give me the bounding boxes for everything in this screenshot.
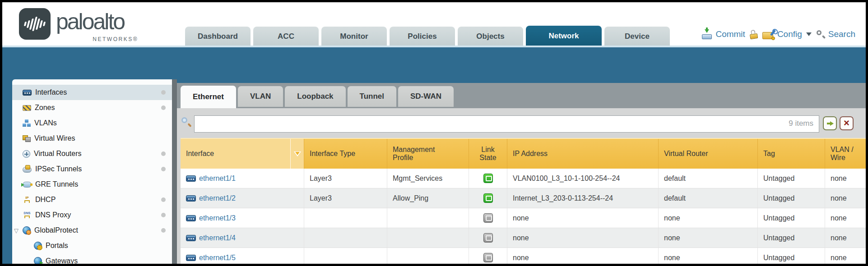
column-header-link-state[interactable]: Link State [469,139,507,169]
item-dot [161,167,166,171]
tab-network[interactable]: Network [526,26,602,46]
virtual-wires-icon [23,135,31,142]
cell-vlan-wire: none [825,188,868,208]
cell-ip-address: none [507,248,659,266]
commit-label: Commit [715,29,745,39]
cell-interface: ethernet1/1 [181,169,304,188]
firewall-web-ui: paloalto NETWORKS® DashboardACCMonitorPo… [0,0,868,266]
interface-link[interactable]: ethernet1/3 [199,214,236,222]
sidebar-item-ipsec-tunnels[interactable]: IPSec Tunnels [12,161,172,177]
clear-x-icon: × [844,118,849,128]
cell-virtual-router: default [659,169,758,188]
tab-device[interactable]: Device [604,27,670,46]
ipsec-tunnels-icon [23,167,32,173]
subtab-ethernet[interactable]: Ethernet [181,86,236,108]
lock-icon[interactable] [749,29,759,39]
subtab-tunnel[interactable]: Tunnel [348,86,396,107]
filter-bar: 9 items × [177,108,868,138]
table-row: ethernet1/5nonenoneUntaggednone [181,248,868,266]
cell-virtual-router: none [659,208,758,228]
expander-triangle-icon[interactable]: ▽ [14,227,19,234]
interfaces-table: Interface Interface Type Management Prof… [181,138,868,266]
sidebar-item-virtual-wires[interactable]: Virtual Wires [12,131,172,146]
zones-icon [23,105,31,111]
sidebar-item-zones[interactable]: Zones [12,100,172,115]
search-button[interactable]: Search [816,29,855,39]
virtual-routers-icon [23,150,30,158]
cell-vlan-wire: none [825,228,868,248]
column-header-tag[interactable]: Tag [758,139,825,169]
item-dot [161,90,166,95]
column-header-management-profile[interactable]: Management Profile [387,139,469,169]
cell-link-state [469,188,507,208]
cell-vlan-wire: none [825,208,868,228]
table-row: ethernet1/1Layer3Mgmt_ServicesVLAN0100_L… [181,169,868,188]
sidebar-item-globalprotect[interactable]: ▽GlobalProtect [12,223,172,238]
tab-dashboard[interactable]: Dashboard [185,27,251,46]
table-body: ethernet1/1Layer3Mgmt_ServicesVLAN0100_L… [181,169,868,266]
cell-tag: Untagged [758,208,825,228]
link-state-up-icon [483,174,493,183]
tab-policies[interactable]: Policies [390,27,455,46]
sidebar-list: InterfacesZonesVLANsVirtual WiresVirtual… [12,85,172,266]
tab-monitor[interactable]: Monitor [321,27,387,46]
vlans-icon [23,119,31,127]
config-label: Config [777,29,802,39]
clear-filter-button[interactable]: × [840,116,854,130]
config-menu-button[interactable]: Config [762,29,812,39]
ethernet-port-icon [186,255,196,261]
sidebar-item-dns-proxy[interactable]: DNSDNS Proxy [12,207,172,223]
column-header-interface[interactable]: Interface [181,139,304,169]
cell-interface-type [304,248,387,266]
green-arrow-icon [827,121,833,126]
cell-virtual-router: none [659,248,758,266]
cell-link-state [469,248,507,266]
commit-button[interactable]: Commit [701,29,745,39]
sidebar-item-dhcp[interactable]: IPDHCP [12,192,172,207]
dns-proxy-icon: DNS [23,211,32,219]
table-row: ethernet1/2Layer3Allow_PingInternet_L3_2… [181,188,868,208]
sort-dropdown[interactable] [290,139,304,169]
tab-acc[interactable]: ACC [253,27,319,46]
cell-link-state [469,169,507,188]
sidebar-item-gre-tunnels[interactable]: GRE Tunnels [12,177,172,192]
ethernet-port-icon [186,235,196,241]
sidebar-item-label: Virtual Wires [34,134,75,142]
subtab-sd-wan[interactable]: SD-WAN [398,86,454,107]
item-dot [161,151,166,156]
sidebar-divider [172,79,177,266]
column-header-vlan-wire[interactable]: VLAN / Wire [825,139,868,169]
cell-interface-type: Layer3 [304,169,387,188]
ethernet-port-icon [186,215,196,221]
subtab-loopback[interactable]: Loopback [285,86,345,107]
column-header-interface-type[interactable]: Interface Type [304,139,387,169]
cell-ip-address: VLAN0100_L3_10-1-100-254--24 [507,169,659,188]
interface-link[interactable]: ethernet1/1 [199,174,236,183]
sidebar-item-virtual-routers[interactable]: Virtual Routers [12,146,172,161]
sidebar-item-portals[interactable]: Portals [12,238,172,253]
interface-link[interactable]: ethernet1/4 [199,234,236,242]
cell-ip-address: Internet_L3_203-0-113-254--24 [507,188,659,208]
sidebar-item-interfaces[interactable]: Interfaces [12,85,172,100]
brand-name: paloalto [56,8,135,35]
column-header-virtual-router[interactable]: Virtual Router [659,139,758,169]
cell-ip-address: none [507,208,659,228]
filter-input[interactable] [194,115,819,133]
top-bar: paloalto NETWORKS® DashboardACCMonitorPo… [0,0,868,46]
link-state-up-icon [483,193,493,203]
column-header-ip-address[interactable]: IP Address [507,139,659,169]
sidebar-item-label: Portals [46,242,68,250]
filter-search-icon [181,117,191,128]
sort-arrow-icon [294,151,301,156]
interface-link[interactable]: ethernet1/2 [199,194,236,202]
tab-objects[interactable]: Objects [458,27,523,46]
sidebar-item-label: VLANs [34,119,57,127]
sidebar: InterfacesZonesVLANsVirtual WiresVirtual… [12,79,172,266]
item-dot [161,105,166,110]
cell-interface: ethernet1/4 [181,228,304,248]
cell-tag: Untagged [758,188,825,208]
subtab-vlan[interactable]: VLAN [238,86,283,107]
interface-link[interactable]: ethernet1/5 [199,254,236,262]
apply-filter-button[interactable] [823,116,837,130]
sidebar-item-vlans[interactable]: VLANs [12,115,172,131]
